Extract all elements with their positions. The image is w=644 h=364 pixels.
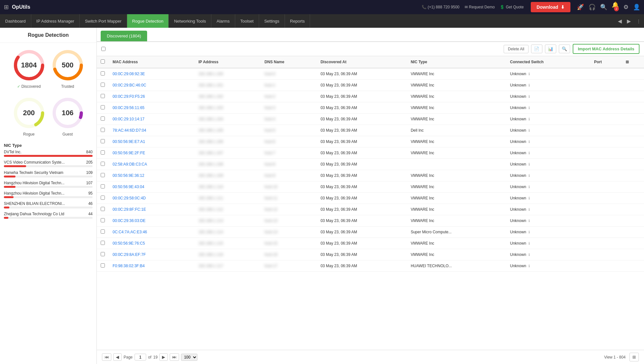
mac-address-link[interactable]: 00:0C:29:8A:EF:7F (113, 252, 146, 257)
info-icon[interactable]: ℹ (528, 185, 530, 189)
user-icon[interactable]: 👤 (633, 4, 640, 11)
row-checkbox[interactable] (101, 263, 105, 268)
import-mac-button[interactable]: Import MAC Address Details (573, 44, 639, 54)
select-all-checkbox[interactable] (101, 47, 106, 51)
rocket-icon[interactable]: 🚀 (577, 4, 584, 11)
row-checkbox[interactable] (101, 150, 105, 155)
info-icon[interactable]: ℹ (528, 162, 530, 166)
info-icon[interactable]: ℹ (528, 72, 530, 76)
mac-address-link[interactable]: 00:0C:29:F0:F5:26 (113, 94, 145, 99)
per-page-select[interactable]: 100 50 25 (181, 354, 197, 361)
search-icon[interactable]: 🔍 (600, 4, 607, 11)
info-icon[interactable]: ℹ (528, 106, 530, 110)
row-checkbox[interactable] (101, 196, 105, 200)
download-button[interactable]: Download ⬇ (531, 2, 570, 12)
row-checkbox[interactable] (101, 83, 105, 87)
info-icon[interactable]: ℹ (528, 151, 530, 155)
row-checkbox[interactable] (101, 252, 105, 256)
dns-name-value: host-17 (265, 264, 277, 268)
row-checkbox[interactable] (101, 218, 105, 222)
mac-address-cell: 00:50:56:9E:36:12 (109, 170, 195, 181)
nav-more-icon[interactable]: ⋮ (633, 14, 644, 28)
info-icon[interactable]: ℹ (528, 128, 530, 132)
info-icon[interactable]: ℹ (528, 241, 530, 245)
nic-name: Hanwha Techwin Security Vietnam (4, 170, 63, 175)
mac-address-link[interactable]: F0:98:38:02:3F:B4 (113, 264, 145, 268)
info-icon[interactable]: ℹ (528, 174, 530, 177)
mac-address-link[interactable]: 00:0C:29:08:92:3E (113, 72, 145, 76)
first-page-button[interactable]: ⏮ (102, 353, 111, 361)
info-icon[interactable]: ℹ (528, 264, 530, 268)
row-checkbox[interactable] (101, 94, 105, 98)
mac-address-link[interactable]: 02:58:A9:DB:C3:CA (113, 162, 147, 167)
info-icon[interactable]: ℹ (528, 219, 530, 223)
th-col-config[interactable]: ⊞ (622, 56, 644, 68)
last-page-button[interactable]: ⏭ (170, 353, 179, 361)
headset-icon[interactable]: 🎧 (589, 4, 596, 11)
toolbar-search-button[interactable]: 🔍 (559, 45, 570, 53)
mac-address-link[interactable]: 00:50:56:9E:76:C5 (113, 241, 145, 246)
info-icon[interactable]: ℹ (528, 95, 530, 98)
row-checkbox[interactable] (101, 128, 105, 132)
mac-address-link[interactable]: 0C:C4:7A:AC:E3:46 (113, 230, 147, 234)
row-checkbox[interactable] (101, 241, 105, 245)
row-checkbox[interactable] (101, 139, 105, 143)
info-icon[interactable]: ℹ (528, 140, 530, 144)
mac-address-link[interactable]: 00:0C:29:56:11:65 (113, 106, 145, 110)
nav-item-settings[interactable]: Settings (259, 14, 285, 28)
settings-icon[interactable]: ⚙ (623, 4, 629, 11)
nav-item-reports[interactable]: Reports (285, 14, 310, 28)
notifications-icon[interactable]: 🔔 2 (612, 1, 619, 13)
row-checkbox[interactable] (101, 173, 105, 177)
info-icon[interactable]: ℹ (528, 117, 530, 121)
mac-address-link[interactable]: 00:0C:29:58:0C:4D (113, 196, 146, 200)
get-quote-link[interactable]: 💲 Get Quote (500, 5, 524, 9)
nav-item-switch-port-mapper[interactable]: Switch Port Mapper (80, 14, 127, 28)
info-icon[interactable]: ℹ (528, 83, 530, 87)
nav-next-arrow[interactable]: ▶ (624, 14, 633, 28)
mac-address-link[interactable]: 00:50:56:9E:2F:FE (113, 151, 145, 155)
nic-type-section: NIC Type DVTel Inc. 840 VCS Video Commun… (0, 138, 96, 225)
nav-item-ip-address-manager[interactable]: IP Address Manager (31, 14, 80, 28)
mac-address-link[interactable]: 00:0C:29:8F:FC:1E (113, 207, 146, 212)
next-page-button[interactable]: ▶ (159, 353, 168, 361)
prev-page-button[interactable]: ◀ (113, 353, 122, 361)
row-checkbox[interactable] (101, 184, 105, 188)
mac-address-link[interactable]: 00:0C:29:36:03:DE (113, 218, 146, 223)
row-checkbox[interactable] (101, 116, 105, 121)
mac-address-link[interactable]: 00:0C:29:BC:46:0C (113, 83, 146, 87)
mac-address-link[interactable]: 00:0C:29:10:14:17 (113, 117, 145, 121)
row-checkbox[interactable] (101, 229, 105, 234)
nav-item-toolset[interactable]: Toolset (235, 14, 259, 28)
row-checkbox[interactable] (101, 207, 105, 211)
phone-number[interactable]: 📞 (+1) 888 720 9500 (422, 5, 459, 9)
table-view-button[interactable]: ⊞ (629, 353, 639, 361)
row-checkbox[interactable] (101, 105, 105, 109)
nav-item-rogue-detection[interactable]: Rogue Detection (127, 14, 169, 28)
nav-item-dashboard[interactable]: Dashboard (0, 14, 31, 28)
mac-address-link[interactable]: 00:50:56:9E:43:04 (113, 185, 144, 189)
delete-all-button[interactable]: Delete All (504, 45, 528, 53)
mac-address-link[interactable]: 00:50:56:9E:E7:A1 (113, 139, 145, 144)
mac-address-link[interactable]: 00:50:56:9E:36:12 (113, 173, 144, 178)
export-pdf-button[interactable]: 📄 (531, 45, 542, 53)
info-icon[interactable]: ℹ (528, 253, 530, 257)
row-checkbox[interactable] (101, 71, 105, 76)
nav-item-alarms[interactable]: Alarms (211, 14, 235, 28)
info-icon[interactable]: ℹ (528, 230, 530, 234)
tab-discovered[interactable]: Discovered (1804) (101, 31, 147, 41)
mac-address-link[interactable]: 78:AC:44:6D:D7:04 (113, 128, 146, 133)
nav-prev-arrow[interactable]: ◀ (615, 14, 624, 28)
nav-item-networking-tools[interactable]: Networking Tools (169, 14, 211, 28)
request-demo-link[interactable]: ✉ Request Demo (465, 5, 495, 9)
info-icon[interactable]: ℹ (528, 207, 530, 211)
grid-icon[interactable]: ⊞ (4, 4, 9, 11)
header-checkbox[interactable] (101, 59, 105, 64)
export-excel-button[interactable]: 📊 (545, 45, 556, 53)
ip-address-cell: 192.168.1.103 (195, 102, 261, 114)
page-number-input[interactable] (135, 354, 146, 360)
row-checkbox[interactable] (101, 162, 105, 166)
info-icon[interactable]: ℹ (528, 196, 530, 200)
dns-name-value: host-14 (265, 230, 277, 234)
mac-address-cell: 0C:C4:7A:AC:E3:46 (109, 227, 195, 238)
